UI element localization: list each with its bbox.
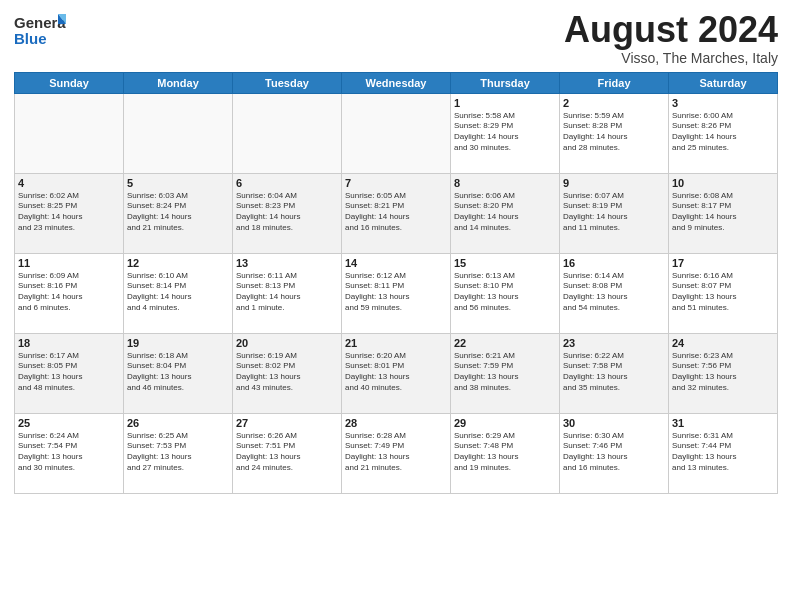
title-area: August 2024 Visso, The Marches, Italy	[564, 10, 778, 66]
page: General Blue August 2024 Visso, The Marc…	[0, 0, 792, 500]
day-number: 22	[454, 337, 556, 349]
day-number: 6	[236, 177, 338, 189]
calendar-cell: 3Sunrise: 6:00 AM Sunset: 8:26 PM Daylig…	[669, 93, 778, 173]
calendar-cell: 16Sunrise: 6:14 AM Sunset: 8:08 PM Dayli…	[560, 253, 669, 333]
day-number: 1	[454, 97, 556, 109]
calendar-cell: 15Sunrise: 6:13 AM Sunset: 8:10 PM Dayli…	[451, 253, 560, 333]
calendar-week-3: 11Sunrise: 6:09 AM Sunset: 8:16 PM Dayli…	[15, 253, 778, 333]
day-info: Sunrise: 6:28 AM Sunset: 7:49 PM Dayligh…	[345, 431, 447, 474]
day-number: 8	[454, 177, 556, 189]
day-info: Sunrise: 6:31 AM Sunset: 7:44 PM Dayligh…	[672, 431, 774, 474]
logo: General Blue	[14, 10, 66, 54]
calendar-cell: 1Sunrise: 5:58 AM Sunset: 8:29 PM Daylig…	[451, 93, 560, 173]
calendar-cell: 19Sunrise: 6:18 AM Sunset: 8:04 PM Dayli…	[124, 333, 233, 413]
day-info: Sunrise: 6:21 AM Sunset: 7:59 PM Dayligh…	[454, 351, 556, 394]
day-info: Sunrise: 6:14 AM Sunset: 8:08 PM Dayligh…	[563, 271, 665, 314]
day-number: 13	[236, 257, 338, 269]
calendar-cell: 21Sunrise: 6:20 AM Sunset: 8:01 PM Dayli…	[342, 333, 451, 413]
location-subtitle: Visso, The Marches, Italy	[564, 50, 778, 66]
day-info: Sunrise: 6:24 AM Sunset: 7:54 PM Dayligh…	[18, 431, 120, 474]
weekday-header-monday: Monday	[124, 72, 233, 93]
day-info: Sunrise: 6:10 AM Sunset: 8:14 PM Dayligh…	[127, 271, 229, 314]
day-number: 15	[454, 257, 556, 269]
calendar-cell: 24Sunrise: 6:23 AM Sunset: 7:56 PM Dayli…	[669, 333, 778, 413]
day-info: Sunrise: 5:58 AM Sunset: 8:29 PM Dayligh…	[454, 111, 556, 154]
day-number: 18	[18, 337, 120, 349]
day-number: 4	[18, 177, 120, 189]
calendar-week-4: 18Sunrise: 6:17 AM Sunset: 8:05 PM Dayli…	[15, 333, 778, 413]
day-info: Sunrise: 6:17 AM Sunset: 8:05 PM Dayligh…	[18, 351, 120, 394]
day-info: Sunrise: 6:13 AM Sunset: 8:10 PM Dayligh…	[454, 271, 556, 314]
day-number: 11	[18, 257, 120, 269]
day-number: 25	[18, 417, 120, 429]
calendar-cell: 27Sunrise: 6:26 AM Sunset: 7:51 PM Dayli…	[233, 413, 342, 493]
weekday-header-row: SundayMondayTuesdayWednesdayThursdayFrid…	[15, 72, 778, 93]
day-info: Sunrise: 6:23 AM Sunset: 7:56 PM Dayligh…	[672, 351, 774, 394]
day-number: 3	[672, 97, 774, 109]
calendar-cell	[342, 93, 451, 173]
day-info: Sunrise: 6:06 AM Sunset: 8:20 PM Dayligh…	[454, 191, 556, 234]
calendar-cell	[15, 93, 124, 173]
calendar-cell: 20Sunrise: 6:19 AM Sunset: 8:02 PM Dayli…	[233, 333, 342, 413]
day-number: 5	[127, 177, 229, 189]
day-number: 9	[563, 177, 665, 189]
calendar-cell: 17Sunrise: 6:16 AM Sunset: 8:07 PM Dayli…	[669, 253, 778, 333]
calendar-cell: 2Sunrise: 5:59 AM Sunset: 8:28 PM Daylig…	[560, 93, 669, 173]
day-info: Sunrise: 6:29 AM Sunset: 7:48 PM Dayligh…	[454, 431, 556, 474]
day-number: 30	[563, 417, 665, 429]
day-info: Sunrise: 6:09 AM Sunset: 8:16 PM Dayligh…	[18, 271, 120, 314]
day-number: 12	[127, 257, 229, 269]
day-number: 20	[236, 337, 338, 349]
day-info: Sunrise: 6:05 AM Sunset: 8:21 PM Dayligh…	[345, 191, 447, 234]
calendar-cell: 30Sunrise: 6:30 AM Sunset: 7:46 PM Dayli…	[560, 413, 669, 493]
day-number: 24	[672, 337, 774, 349]
day-info: Sunrise: 6:07 AM Sunset: 8:19 PM Dayligh…	[563, 191, 665, 234]
calendar-cell: 26Sunrise: 6:25 AM Sunset: 7:53 PM Dayli…	[124, 413, 233, 493]
day-number: 10	[672, 177, 774, 189]
calendar-cell: 14Sunrise: 6:12 AM Sunset: 8:11 PM Dayli…	[342, 253, 451, 333]
calendar-week-1: 1Sunrise: 5:58 AM Sunset: 8:29 PM Daylig…	[15, 93, 778, 173]
day-number: 29	[454, 417, 556, 429]
day-info: Sunrise: 6:16 AM Sunset: 8:07 PM Dayligh…	[672, 271, 774, 314]
day-info: Sunrise: 6:22 AM Sunset: 7:58 PM Dayligh…	[563, 351, 665, 394]
weekday-header-thursday: Thursday	[451, 72, 560, 93]
calendar-cell: 11Sunrise: 6:09 AM Sunset: 8:16 PM Dayli…	[15, 253, 124, 333]
calendar-cell: 9Sunrise: 6:07 AM Sunset: 8:19 PM Daylig…	[560, 173, 669, 253]
day-number: 2	[563, 97, 665, 109]
day-info: Sunrise: 6:20 AM Sunset: 8:01 PM Dayligh…	[345, 351, 447, 394]
day-number: 14	[345, 257, 447, 269]
day-info: Sunrise: 6:03 AM Sunset: 8:24 PM Dayligh…	[127, 191, 229, 234]
day-info: Sunrise: 6:26 AM Sunset: 7:51 PM Dayligh…	[236, 431, 338, 474]
calendar-cell: 22Sunrise: 6:21 AM Sunset: 7:59 PM Dayli…	[451, 333, 560, 413]
weekday-header-friday: Friday	[560, 72, 669, 93]
calendar-cell: 13Sunrise: 6:11 AM Sunset: 8:13 PM Dayli…	[233, 253, 342, 333]
day-info: Sunrise: 6:18 AM Sunset: 8:04 PM Dayligh…	[127, 351, 229, 394]
calendar-cell	[233, 93, 342, 173]
day-info: Sunrise: 5:59 AM Sunset: 8:28 PM Dayligh…	[563, 111, 665, 154]
day-info: Sunrise: 6:04 AM Sunset: 8:23 PM Dayligh…	[236, 191, 338, 234]
day-info: Sunrise: 6:19 AM Sunset: 8:02 PM Dayligh…	[236, 351, 338, 394]
day-info: Sunrise: 6:25 AM Sunset: 7:53 PM Dayligh…	[127, 431, 229, 474]
day-info: Sunrise: 6:02 AM Sunset: 8:25 PM Dayligh…	[18, 191, 120, 234]
calendar-cell: 28Sunrise: 6:28 AM Sunset: 7:49 PM Dayli…	[342, 413, 451, 493]
day-number: 28	[345, 417, 447, 429]
calendar-cell: 29Sunrise: 6:29 AM Sunset: 7:48 PM Dayli…	[451, 413, 560, 493]
header: General Blue August 2024 Visso, The Marc…	[14, 10, 778, 66]
calendar-cell: 31Sunrise: 6:31 AM Sunset: 7:44 PM Dayli…	[669, 413, 778, 493]
calendar-week-2: 4Sunrise: 6:02 AM Sunset: 8:25 PM Daylig…	[15, 173, 778, 253]
calendar-cell: 6Sunrise: 6:04 AM Sunset: 8:23 PM Daylig…	[233, 173, 342, 253]
svg-text:Blue: Blue	[14, 30, 47, 47]
calendar-week-5: 25Sunrise: 6:24 AM Sunset: 7:54 PM Dayli…	[15, 413, 778, 493]
calendar-cell: 25Sunrise: 6:24 AM Sunset: 7:54 PM Dayli…	[15, 413, 124, 493]
weekday-header-sunday: Sunday	[15, 72, 124, 93]
calendar-cell: 5Sunrise: 6:03 AM Sunset: 8:24 PM Daylig…	[124, 173, 233, 253]
calendar-cell	[124, 93, 233, 173]
weekday-header-tuesday: Tuesday	[233, 72, 342, 93]
day-number: 16	[563, 257, 665, 269]
day-number: 27	[236, 417, 338, 429]
calendar-table: SundayMondayTuesdayWednesdayThursdayFrid…	[14, 72, 778, 494]
calendar-cell: 10Sunrise: 6:08 AM Sunset: 8:17 PM Dayli…	[669, 173, 778, 253]
calendar-cell: 8Sunrise: 6:06 AM Sunset: 8:20 PM Daylig…	[451, 173, 560, 253]
month-title: August 2024	[564, 10, 778, 50]
weekday-header-saturday: Saturday	[669, 72, 778, 93]
